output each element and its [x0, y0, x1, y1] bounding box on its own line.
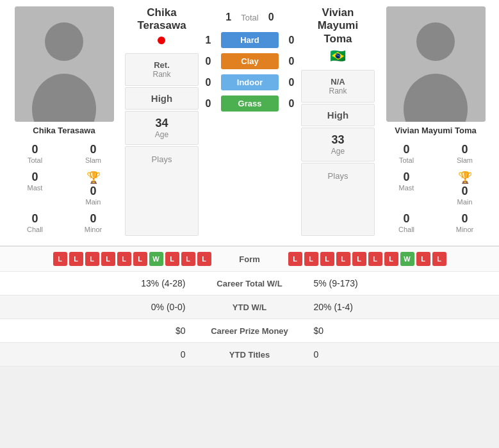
left-age-value: 34 [129, 117, 195, 130]
left-mast-label: Mast [28, 184, 43, 192]
right-rank-value: N/A [305, 77, 371, 87]
right-minor-value: 0 [461, 212, 468, 226]
left-total-value: 0 [31, 143, 38, 156]
left-plays-text: Plays [129, 154, 195, 164]
left-minor-value: 0 [90, 212, 96, 226]
right-slam-cell: 0 Slam [436, 140, 493, 167]
left-main-value: 0 [90, 185, 96, 198]
svg-point-1 [45, 22, 83, 61]
left-rank-value: Ret. [129, 60, 195, 70]
right-high-box: High [301, 104, 375, 126]
stats-bottom: LLLLLLWLLL Form LLLLLLLWLL 13% (4-28) Ca… [0, 245, 499, 367]
right-player-card: Vivian Mayumi Toma 0 Total 0 Slam 0 Mast… [378, 6, 493, 236]
data-row-0: 13% (4-28) Career Total W/L 5% (9-173) [0, 272, 499, 295]
form-row: LLLLLLWLLL Form LLLLLLLWLL [0, 247, 499, 272]
total-left-score: 1 [225, 12, 231, 23]
data-left-3: 0 [10, 349, 199, 360]
right-mast-value: 0 [403, 170, 409, 184]
form-left-3: L [101, 252, 115, 266]
right-main-value: 0 [461, 185, 468, 198]
right-rank-label: Rank [305, 87, 371, 95]
form-left-2: L [85, 252, 99, 266]
form-left-9: L [197, 252, 211, 266]
left-middle-panel: ChikaTerasawa Ret. Rank High 34 Age Play… [125, 6, 199, 236]
left-mast-value: 0 [31, 170, 38, 184]
right-player-header: Vivian MayumiToma 🇧🇷 [301, 6, 375, 63]
court-row-indoor: 0 Indoor 0 [202, 72, 298, 93]
court-badge-clay: Clay [221, 53, 279, 69]
form-left-7: L [165, 252, 179, 266]
form-right-0: L [288, 252, 302, 266]
data-right-3: 0 [301, 349, 490, 360]
left-slam-value: 0 [90, 143, 96, 156]
court-right-0: 0 [285, 35, 298, 46]
data-center-2: Career Prize Money [199, 326, 301, 336]
data-rows: 13% (4-28) Career Total W/L 5% (9-173) 0… [0, 272, 499, 367]
left-plays-box: Plays [125, 146, 199, 236]
form-right-8: L [416, 252, 430, 266]
right-rank-box: N/A Rank [301, 70, 375, 103]
data-center-0: Career Total W/L [199, 279, 301, 288]
form-left-6: W [149, 252, 163, 266]
data-center-1: YTD W/L [199, 303, 301, 312]
data-row-1: 0% (0-0) YTD W/L 20% (1-4) [0, 295, 499, 319]
right-trophy-cell: 🏆 0 Main [436, 168, 493, 208]
right-chall-cell: 0 Chall [378, 210, 435, 236]
right-middle-panel: Vivian MayumiToma 🇧🇷 N/A Rank High 33 Ag… [301, 6, 375, 236]
left-slam-label: Slam [85, 156, 101, 164]
right-flag: 🇧🇷 [301, 48, 375, 63]
right-player-name: Vivian Mayumi Toma [395, 126, 476, 135]
court-row-clay: 0 Clay 0 [202, 51, 298, 72]
right-high-text: High [305, 110, 371, 120]
left-trophy-cell: 🏆 0 Main [65, 168, 122, 208]
data-row-2: $0 Career Prize Money $0 [0, 319, 499, 343]
court-right-2: 0 [285, 77, 298, 88]
form-right-2: L [320, 252, 334, 266]
court-left-1: 0 [202, 56, 215, 67]
court-rows: 1 Hard 0 0 Clay 0 0 Indoor 0 0 Grass 0 [202, 29, 298, 114]
court-left-3: 0 [202, 98, 215, 110]
form-right-3: L [336, 252, 350, 266]
right-header-name: Vivian MayumiToma [301, 6, 375, 46]
right-slam-value: 0 [461, 143, 468, 156]
court-badge-indoor: Indoor [221, 74, 279, 90]
right-mast-label: Mast [399, 184, 414, 192]
form-right-4: L [352, 252, 366, 266]
left-rank-label: Rank [129, 70, 195, 79]
total-right-score: 0 [268, 12, 274, 23]
total-row: 1 Total 0 [202, 6, 298, 28]
right-minor-label: Minor [456, 226, 474, 233]
court-badge-grass: Grass [221, 95, 279, 112]
form-left-4: L [117, 252, 131, 266]
form-left-5: L [133, 252, 147, 266]
left-player-avatar [15, 6, 114, 122]
form-left-8: L [181, 252, 195, 266]
left-chall-value: 0 [31, 212, 38, 226]
form-right-5: L [368, 252, 382, 266]
right-plays-box: Plays [301, 163, 375, 236]
right-player-stats: 0 Total 0 Slam 0 Mast 🏆 0 Main 0 [378, 140, 493, 236]
right-age-value: 33 [305, 133, 371, 147]
right-total-cell: 0 Total [378, 140, 435, 167]
right-total-value: 0 [403, 143, 409, 156]
data-left-0: 13% (4-28) [10, 278, 199, 288]
right-trophy-icon: 🏆 [458, 170, 472, 185]
form-right: LLLLLLLWLL [288, 252, 490, 266]
right-total-label: Total [399, 156, 414, 164]
right-age-box: 33 Age [301, 128, 375, 162]
right-chall-value: 0 [403, 212, 409, 226]
data-row-3: 0 YTD Titles 0 [0, 343, 499, 367]
right-minor-cell: 0 Minor [436, 210, 493, 236]
data-right-0: 5% (9-173) [301, 278, 490, 288]
court-row-hard: 1 Hard 0 [202, 29, 298, 51]
form-left: LLLLLLWLLL [10, 252, 211, 266]
center-panel: 1 Total 0 1 Hard 0 0 Clay 0 0 Indoor 0 0… [202, 6, 298, 236]
left-high-box: High [125, 87, 199, 110]
form-right-9: L [432, 252, 446, 266]
right-player-avatar [386, 6, 486, 122]
form-center-label: Form [211, 254, 288, 264]
left-slam-cell: 0 Slam [65, 140, 122, 167]
left-high-text: High [129, 93, 195, 104]
left-main-label: Main [86, 198, 101, 206]
right-main-label: Main [457, 198, 473, 206]
